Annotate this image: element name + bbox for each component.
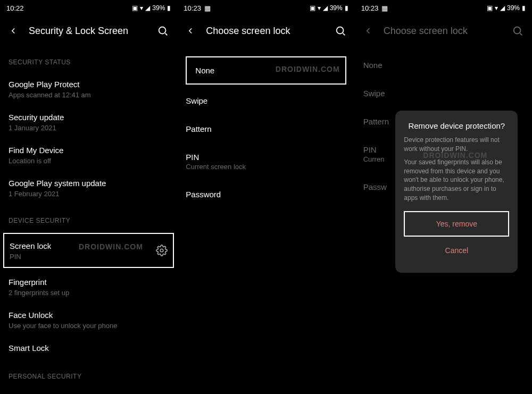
option-title: Swipe — [363, 89, 523, 98]
option-title: PIN — [186, 153, 346, 162]
setting-subtitle: PIN — [10, 253, 156, 261]
section-device-security: DEVICE SECURITY — [9, 204, 169, 231]
item-find-my-device[interactable]: Find My Device Location is off — [9, 138, 169, 171]
screenshot-icon: ▦ — [204, 4, 211, 12]
option-pattern[interactable]: Pattern — [177, 115, 354, 143]
screen-choose-lock: 10:23 ▦ ▣ ▾ ◢ 39% ▮ Choose screen lock N… — [177, 0, 354, 394]
option-password[interactable]: Password — [177, 180, 354, 208]
option-none[interactable]: None — [195, 66, 336, 75]
wifi-icon: ▾ — [140, 4, 143, 12]
header: Choose screen lock — [355, 16, 532, 46]
item-play-system-update[interactable]: Google Play system update 1 February 202… — [9, 171, 169, 204]
setting-title: Fingerprint — [9, 276, 169, 288]
svg-point-3 — [514, 27, 521, 34]
status-bar: 10:22 ▣ ▾ ◢ 39% ▮ — [0, 0, 177, 16]
status-bar: 10:23 ▦ ▣ ▾ ◢ 39% ▮ — [355, 0, 532, 16]
dialog-text-2: Your saved fingerprints will also be rem… — [404, 158, 509, 203]
item-face-unlock[interactable]: Face Unlock Use your face to unlock your… — [9, 303, 169, 336]
status-bar: 10:23 ▦ ▣ ▾ ◢ 39% ▮ — [177, 0, 354, 16]
battery-icon: ▮ — [522, 4, 526, 12]
setting-title: Find My Device — [9, 145, 169, 156]
item-smart-lock[interactable]: Smart Lock — [9, 336, 169, 360]
option-title: Password — [186, 190, 346, 199]
setting-subtitle: 1 January 2021 — [9, 124, 169, 132]
status-time: 10:22 — [6, 4, 24, 12]
header: Security & Lock Screen — [0, 16, 177, 46]
option-pin[interactable]: PIN Current screen lock — [177, 143, 354, 180]
battery-percent: 39% — [152, 4, 165, 12]
highlight-screen-lock: Screen lock PIN DROIDWIN.COM — [3, 233, 174, 268]
item-play-protect[interactable]: Google Play Protect Apps scanned at 12:4… — [9, 72, 169, 105]
option-subtitle: Current screen lock — [186, 163, 346, 171]
status-time: 10:23 — [184, 4, 201, 12]
back-icon[interactable] — [9, 26, 18, 36]
option-swipe[interactable]: Swipe — [355, 79, 532, 107]
setting-subtitle: Apps scanned at 12:41 am — [9, 91, 169, 99]
dialog-title: Remove device protection? — [404, 121, 509, 130]
section-security-status: SECURITY STATUS — [9, 46, 169, 72]
section-personal-security: PERSONAL SECURITY — [9, 360, 169, 387]
option-none[interactable]: None — [355, 46, 532, 79]
dialog-remove-protection: Remove device protection? Device protect… — [395, 111, 518, 273]
dialog-text-1: Device protection features will not work… — [404, 136, 509, 154]
setting-title: Smart Lock — [9, 342, 169, 354]
svg-point-0 — [159, 27, 166, 34]
battery-icon: ▮ — [345, 4, 348, 12]
battery-percent: 39% — [330, 4, 343, 12]
setting-title: Face Unlock — [9, 309, 169, 321]
setting-subtitle: 1 February 2021 — [9, 190, 169, 198]
setting-title: Google Play Protect — [9, 79, 169, 90]
highlight-none: None DROIDWIN.COM — [186, 56, 346, 85]
page-title: Security & Lock Screen — [29, 26, 146, 37]
item-emergency-rescue[interactable]: Emergency Rescue Automatically call for … — [9, 387, 169, 394]
option-title: Pattern — [186, 124, 346, 133]
wifi-icon: ▾ — [318, 4, 321, 12]
setting-subtitle: 2 fingerprints set up — [9, 289, 169, 297]
cancel-button[interactable]: Cancel — [404, 239, 509, 262]
search-icon[interactable] — [512, 25, 523, 37]
volte-icon: ▣ — [487, 4, 493, 12]
svg-point-2 — [336, 27, 343, 34]
volte-icon: ▣ — [310, 4, 315, 12]
setting-subtitle: Location is off — [9, 157, 169, 165]
battery-icon: ▮ — [167, 4, 171, 12]
signal-icon: ◢ — [145, 4, 150, 12]
option-swipe[interactable]: Swipe — [177, 87, 354, 115]
setting-title: Screen lock — [10, 240, 156, 252]
wifi-icon: ▾ — [495, 4, 498, 12]
search-icon[interactable] — [157, 25, 169, 37]
status-time: 10:23 — [361, 4, 379, 12]
svg-point-1 — [161, 249, 164, 252]
dialog-body: Device protection features will not work… — [404, 136, 509, 203]
item-screen-lock[interactable]: Screen lock PIN DROIDWIN.COM — [10, 240, 168, 261]
page-title: Choose screen lock — [206, 26, 323, 37]
search-icon[interactable] — [335, 25, 346, 37]
screen-choose-lock-dialog: 10:23 ▦ ▣ ▾ ◢ 39% ▮ Choose screen lock N… — [355, 0, 532, 394]
battery-percent: 39% — [507, 4, 520, 12]
setting-subtitle: Use your face to unlock your phone — [9, 322, 169, 330]
back-icon[interactable] — [363, 26, 373, 36]
page-title: Choose screen lock — [384, 26, 501, 37]
setting-title: Security update — [9, 112, 169, 123]
signal-icon: ◢ — [500, 4, 505, 12]
option-title: None — [363, 61, 523, 70]
yes-remove-button[interactable]: Yes, remove — [404, 211, 509, 237]
item-security-update[interactable]: Security update 1 January 2021 — [9, 105, 169, 138]
gear-icon[interactable] — [156, 245, 168, 256]
back-icon[interactable] — [186, 26, 195, 36]
screen-security-lock: 10:22 ▣ ▾ ◢ 39% ▮ Security & Lock Screen… — [0, 0, 177, 394]
setting-title: Google Play system update — [9, 178, 169, 189]
item-fingerprint[interactable]: Fingerprint 2 fingerprints set up — [9, 270, 169, 303]
signal-icon: ◢ — [323, 4, 328, 12]
option-title: Swipe — [186, 96, 346, 105]
screenshot-icon: ▦ — [381, 4, 388, 12]
header: Choose screen lock — [177, 16, 354, 46]
volte-icon: ▣ — [132, 4, 138, 12]
